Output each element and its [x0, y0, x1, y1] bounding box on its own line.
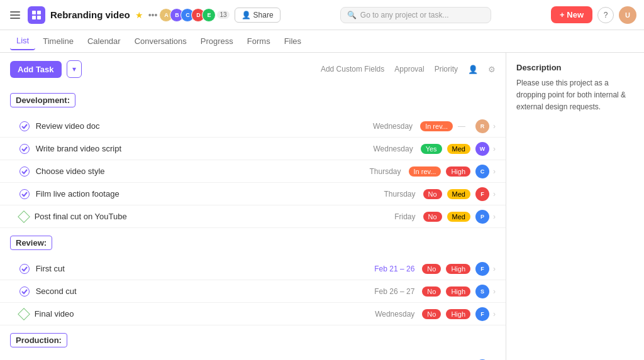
task-row[interactable]: :: Film live action footage Thursday No …: [0, 183, 506, 205]
priority-badge: High: [446, 166, 470, 177]
add-task-button[interactable]: Add Task: [10, 61, 62, 78]
task-row[interactable]: :: Choose video style Thursday In rev...…: [0, 160, 506, 183]
approval-badge: In rev...: [409, 166, 441, 177]
assignee-icon: 👤: [468, 65, 478, 74]
topbar-center: 🔍 Go to any project or task...: [287, 7, 545, 23]
task-toolbar: Add Task ▾ Add Custom Fields Approval Pr…: [0, 60, 506, 85]
right-panel: Description Please use this project as a…: [506, 53, 644, 360]
task-name: Second cut: [36, 286, 358, 296]
search-placeholder: Go to any project or task...: [360, 11, 449, 19]
svg-rect-1: [37, 11, 41, 14]
section-header-review: Review:: [0, 231, 506, 255]
tab-list[interactable]: List: [10, 32, 35, 50]
priority-badge: Med: [447, 144, 470, 154]
task-check[interactable]: [19, 166, 30, 177]
svg-rect-3: [37, 16, 41, 19]
topbar-right: + New ? U: [551, 6, 636, 24]
member-count: 13: [217, 11, 229, 19]
add-custom-fields-label[interactable]: Add Custom Fields: [321, 65, 384, 74]
chevron-right-icon: ›: [493, 122, 496, 131]
priority-col-header: Priority: [435, 65, 458, 74]
section-title-review[interactable]: Review:: [10, 236, 52, 250]
user-avatar[interactable]: U: [619, 6, 636, 24]
help-button[interactable]: ?: [597, 7, 614, 23]
toolbar-right: Add Custom Fields Approval Priority 👤 ⚙: [321, 65, 496, 74]
task-avatar: P: [475, 210, 489, 224]
task-row[interactable]: :: Post final cut on YouTube Friday No M…: [0, 205, 506, 228]
search-icon: 🔍: [347, 11, 357, 19]
avatar: E: [202, 8, 216, 22]
task-avatar: C: [475, 165, 489, 178]
nav-tabs: List Timeline Calendar Conversations Pro…: [0, 30, 644, 53]
chevron-right-icon: ›: [493, 212, 496, 221]
task-diamond-check[interactable]: [18, 210, 30, 223]
task-check[interactable]: [19, 286, 30, 297]
task-row[interactable]: :: Second cut Feb 26 – 27 No High S ›: [0, 280, 506, 303]
add-task-dropdown[interactable]: ▾: [67, 60, 82, 78]
task-avatar: F: [475, 262, 489, 276]
task-check[interactable]: [19, 264, 30, 274]
task-avatar: S: [475, 285, 489, 298]
task-name: Write brand video script: [36, 144, 357, 153]
task-date: Wednesday: [356, 122, 413, 131]
approval-badge: No: [422, 264, 441, 274]
tab-forms[interactable]: Forms: [241, 33, 277, 50]
priority-badge: High: [446, 286, 470, 297]
task-date: Wednesday: [358, 310, 414, 319]
approval-badge: No: [423, 212, 442, 222]
task-row[interactable]: :: Make title slides Feb 19 – 28 In rev.…: [0, 355, 506, 360]
task-row[interactable]: :: Review video doc Wednesday In rev... …: [0, 115, 506, 138]
topbar-left: Rebranding video ★ ••• A B C D E 13 👤 Sh…: [8, 6, 280, 24]
task-avatar: W: [475, 142, 489, 156]
tab-conversations[interactable]: Conversations: [128, 33, 193, 50]
sections-container: Development: :: Review video doc Wednesd…: [0, 88, 506, 360]
tab-files[interactable]: Files: [278, 33, 308, 50]
task-name: Choose video style: [36, 166, 345, 176]
task-name: Post final cut on YouTube: [35, 212, 359, 221]
task-check[interactable]: [19, 144, 30, 154]
chevron-right-icon: ›: [493, 145, 496, 153]
task-check[interactable]: [19, 121, 30, 131]
task-check[interactable]: [19, 189, 30, 199]
section-title-production[interactable]: Production:: [10, 333, 67, 347]
tab-calendar[interactable]: Calendar: [81, 33, 127, 50]
hamburger-menu[interactable]: [8, 9, 23, 21]
member-avatars: A B C D E 13: [162, 8, 229, 22]
main-content: Add Task ▾ Add Custom Fields Approval Pr…: [0, 53, 644, 360]
more-options-icon[interactable]: •••: [148, 10, 158, 20]
svg-rect-0: [32, 11, 36, 14]
panel-text: Please use this project as a dropping po…: [516, 77, 634, 114]
priority-badge: Med: [447, 189, 470, 199]
task-date: Friday: [359, 212, 416, 221]
approval-col-header: Approval: [394, 65, 424, 74]
chevron-right-icon: ›: [493, 265, 496, 273]
task-name: Final video: [35, 309, 358, 319]
task-date: Thursday: [345, 167, 401, 176]
task-row[interactable]: :: Write brand video script Wednesday Ye…: [0, 138, 506, 160]
star-icon[interactable]: ★: [135, 10, 143, 20]
topbar: Rebranding video ★ ••• A B C D E 13 👤 Sh…: [0, 0, 644, 30]
new-button[interactable]: + New: [551, 6, 592, 23]
approval-badge: No: [422, 286, 441, 297]
task-date: Feb 21 – 26: [358, 265, 414, 273]
task-row[interactable]: :: First cut Feb 21 – 26 No High F ›: [0, 258, 506, 280]
search-bar[interactable]: 🔍 Go to any project or task...: [340, 7, 491, 23]
approval-badge: No: [422, 309, 441, 319]
share-button[interactable]: 👤 Share: [235, 8, 280, 23]
priority-dash: —: [458, 122, 465, 131]
approval-badge: Yes: [421, 144, 442, 154]
task-name: Film live action footage: [36, 189, 359, 199]
priority-badge: High: [446, 309, 470, 319]
chevron-right-icon: ›: [493, 167, 496, 176]
share-icon: 👤: [242, 11, 251, 19]
task-row[interactable]: :: Final video Wednesday No High F ›: [0, 303, 506, 325]
options-icon: ⚙: [488, 65, 496, 74]
svg-rect-2: [32, 16, 36, 19]
section-title-development[interactable]: Development:: [10, 93, 75, 107]
tab-progress[interactable]: Progress: [194, 33, 240, 50]
tab-timeline[interactable]: Timeline: [36, 33, 80, 50]
task-date: Wednesday: [357, 145, 413, 153]
chevron-right-icon: ›: [493, 287, 496, 296]
task-diamond-check[interactable]: [18, 308, 30, 320]
task-list: Add Task ▾ Add Custom Fields Approval Pr…: [0, 53, 506, 360]
